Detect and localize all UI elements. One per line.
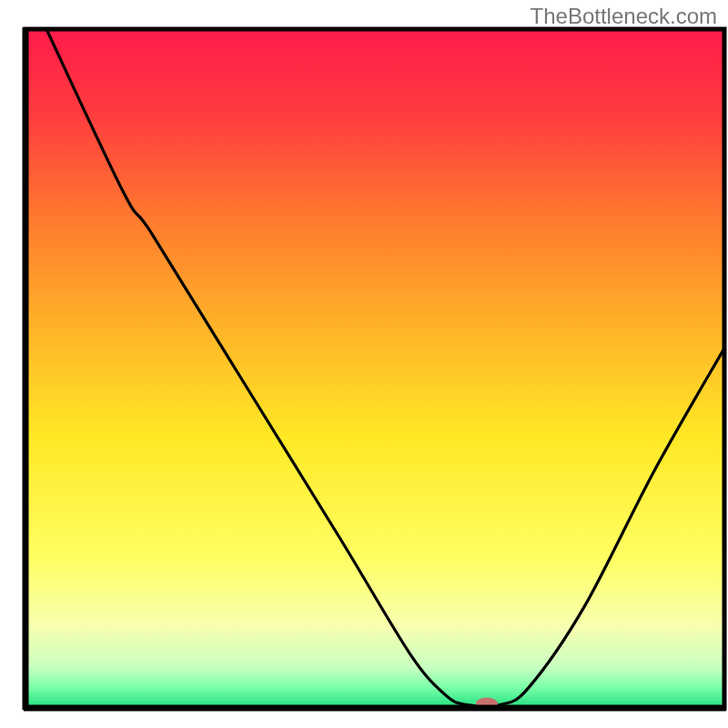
plot-area: [24, 27, 726, 711]
chart-container: TheBottleneck.com: [0, 0, 728, 728]
watermark-text: TheBottleneck.com: [531, 4, 717, 29]
bottleneck-chart: [0, 0, 728, 728]
chart-background: [25, 29, 724, 708]
